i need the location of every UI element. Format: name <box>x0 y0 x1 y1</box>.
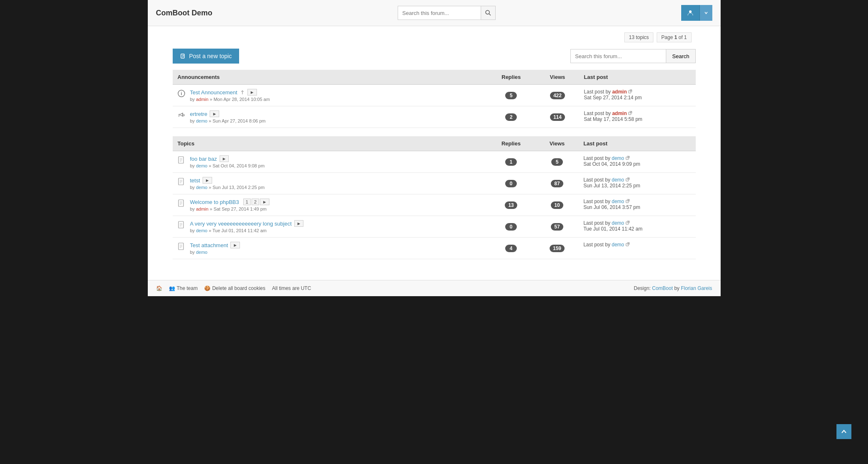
topic-views: 114 <box>536 106 579 128</box>
last-post-author-link[interactable]: admin <box>612 110 627 116</box>
announcements-col-last-post: Last post <box>579 70 696 85</box>
home-icon: 🏠 <box>156 285 162 291</box>
document-icon <box>178 156 184 164</box>
announcement-row: i Test Announcement ► by admin » Mon Apr… <box>173 85 696 106</box>
replies-badge: 2 <box>505 113 517 121</box>
footer-cookies-label: Delete all board cookies <box>212 285 265 291</box>
footer-comboot-link[interactable]: ComBoot <box>652 285 673 291</box>
last-post-date: Sun Jul 13, 2014 2:25 pm <box>583 183 690 189</box>
announcements-col-topic: Announcements <box>173 70 487 85</box>
topic-last-post: Last post by demo Sun Jul 13, 2014 2:25 … <box>578 173 695 194</box>
topic-title-link[interactable]: ertretre <box>190 111 208 117</box>
topic-author-link[interactable]: demo <box>196 185 208 190</box>
announcements-col-replies: Replies <box>487 70 536 85</box>
topic-title-link[interactable]: A very very veeeeeeeeeeeery long subject <box>190 221 292 227</box>
topic-info: tetst ► by demo » Sun Jul 13, 2014 2:25 … <box>190 177 265 190</box>
topic-row: Welcome to phpBB3 12► by admin » Sat Sep… <box>173 194 696 216</box>
topic-author-link[interactable]: demo <box>196 163 208 168</box>
last-post-date: Sat Oct 04, 2014 9:09 pm <box>583 161 690 167</box>
topics-col-last-post: Last post <box>578 136 695 151</box>
footer-home-link[interactable]: 🏠 <box>156 285 162 291</box>
announcements-table: Announcements Replies Views Last post i … <box>173 70 696 128</box>
topic-author-link[interactable]: demo <box>196 250 208 255</box>
svg-point-2 <box>689 10 692 13</box>
content-area: 13 topics Page 1 of 1 Post a new topic S… <box>148 26 721 280</box>
page-num-btn[interactable]: 1 <box>243 199 251 205</box>
announcements-col-views: Views <box>536 70 579 85</box>
user-icon <box>687 10 694 16</box>
topic-title-link[interactable]: Test attachment <box>190 242 228 248</box>
last-post-info: Last post by demo Tue Jul 01, 2014 11:42… <box>583 220 690 232</box>
document-icon <box>178 199 184 207</box>
topic-replies: 1 <box>487 151 536 173</box>
topic-title-link[interactable]: foo bar baz <box>190 156 217 162</box>
topic-info: ertretre ► by demo » Sun Apr 27, 2014 8:… <box>190 110 266 123</box>
footer-florian-link[interactable]: Florian Gareis <box>681 285 712 291</box>
views-badge: 159 <box>550 245 565 252</box>
svg-point-14 <box>183 114 184 116</box>
replies-badge: 13 <box>505 201 517 209</box>
next-page-btn[interactable]: ► <box>210 110 219 117</box>
next-page-btn[interactable]: ► <box>203 177 212 184</box>
post-link-icon <box>626 177 630 182</box>
topic-row: Test attachment ► by demo 4 159 Last pos… <box>173 238 696 259</box>
next-page-btn[interactable]: ► <box>230 242 240 248</box>
topic-views: 57 <box>536 216 579 238</box>
announcement-row: ertretre ► by demo » Sun Apr 27, 2014 8:… <box>173 106 696 128</box>
footer-cookies-link[interactable]: 🍪 Delete all board cookies <box>204 285 265 291</box>
topic-views: 5 <box>536 151 579 173</box>
user-dropdown-button[interactable] <box>699 5 712 21</box>
last-post-author-link[interactable]: demo <box>611 242 624 248</box>
topic-info: A very very veeeeeeeeeeeery long subject… <box>190 220 304 233</box>
topic-meta: by demo » Sat Oct 04, 2014 9:08 pm <box>190 163 265 168</box>
next-page-btn[interactable]: ► <box>260 199 269 205</box>
topic-last-post: Last post by admin Sat May 17, 2014 5:58… <box>579 106 696 128</box>
last-post-author-link[interactable]: demo <box>611 199 624 204</box>
views-badge: 10 <box>551 201 563 209</box>
footer-team-link[interactable]: 👥 The team <box>169 285 198 291</box>
last-post-date: Tue Jul 01, 2014 11:42 am <box>583 226 690 232</box>
next-page-btn[interactable]: ► <box>294 220 304 227</box>
topic-title-link[interactable]: Welcome to phpBB3 <box>190 199 239 205</box>
document-icon <box>178 243 184 250</box>
team-icon: 👥 <box>169 285 175 291</box>
topic-views: 10 <box>536 194 579 216</box>
last-post-author-link[interactable]: demo <box>611 177 624 183</box>
post-link-icon <box>628 89 632 93</box>
page-num-btn[interactable]: 2 <box>252 199 259 205</box>
topic-author-link[interactable]: demo <box>196 228 208 233</box>
svg-point-0 <box>486 10 489 14</box>
views-badge: 87 <box>551 180 563 187</box>
forum-search-input[interactable] <box>570 49 666 63</box>
replies-badge: 5 <box>505 92 517 99</box>
post-new-topic-label: Post a new topic <box>189 53 232 59</box>
topic-replies: 5 <box>487 85 536 106</box>
topic-title-link[interactable]: Test Announcement <box>190 89 237 96</box>
footer-design-text: Design: <box>634 285 652 291</box>
topic-title-link[interactable]: tetst <box>190 177 200 184</box>
last-post-author-link[interactable]: admin <box>612 89 627 95</box>
last-post-date: Sat May 17, 2014 5:58 pm <box>584 116 691 122</box>
next-page-btn[interactable]: ► <box>220 155 229 162</box>
last-post-info: Last post by admin Sat Sep 27, 2014 2:14… <box>584 89 691 101</box>
header-search-input[interactable] <box>398 6 481 20</box>
topic-author-link[interactable]: admin <box>196 97 208 102</box>
topic-icon-wrap: i <box>178 90 186 99</box>
topic-icon-wrap <box>178 178 186 187</box>
topic-info: Welcome to phpBB3 12► by admin » Sat Sep… <box>190 199 269 211</box>
footer-left: 🏠 👥 The team 🍪 Delete all board cookies … <box>156 285 311 291</box>
topic-info: Test Announcement ► by admin » Mon Apr 2… <box>190 89 270 102</box>
topic-views: 87 <box>536 173 579 194</box>
topic-author-link[interactable]: demo <box>196 118 208 123</box>
svg-text:i: i <box>181 91 182 96</box>
topic-author-link[interactable]: admin <box>196 206 208 211</box>
pin-icon-wrap <box>240 90 245 95</box>
user-button[interactable] <box>681 5 699 21</box>
page-indicator: Page 1 of 1 <box>657 32 691 42</box>
last-post-author-link[interactable]: demo <box>611 155 624 161</box>
header-search-icon-button[interactable] <box>481 6 496 20</box>
next-page-btn[interactable]: ► <box>247 89 257 96</box>
post-new-topic-button[interactable]: Post a new topic <box>173 49 240 64</box>
last-post-author-link[interactable]: demo <box>611 220 624 226</box>
forum-search-button[interactable]: Search <box>666 49 695 63</box>
